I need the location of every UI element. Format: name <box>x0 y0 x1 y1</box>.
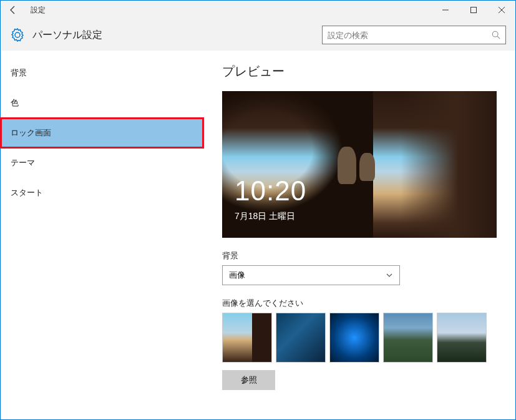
svg-rect-1 <box>470 7 476 13</box>
image-thumbnails <box>222 313 497 363</box>
image-thumbnail[interactable] <box>222 313 272 363</box>
window-controls <box>431 1 515 19</box>
settings-window: 設定 パーソナル設定 背景 色 <box>0 0 516 420</box>
window-title: 設定 <box>31 5 46 16</box>
svg-line-3 <box>497 36 500 39</box>
sidebar: 背景 色 ロック画面 テーマ スタート <box>1 51 203 419</box>
arrow-left-icon <box>8 5 18 15</box>
sidebar-item-label: ロック画面 <box>11 127 51 139</box>
sidebar-item-theme[interactable]: テーマ <box>1 148 203 178</box>
image-thumbnail[interactable] <box>276 313 326 363</box>
sidebar-item-color[interactable]: 色 <box>1 88 203 118</box>
select-value: 画像 <box>229 270 245 281</box>
sidebar-item-label: スタート <box>11 187 43 198</box>
minimize-button[interactable] <box>431 1 459 19</box>
maximize-icon <box>470 7 477 13</box>
choose-image-label: 画像を選んでください <box>222 298 497 309</box>
back-button[interactable] <box>1 1 26 19</box>
close-icon <box>499 7 505 13</box>
body: 背景 色 ロック画面 テーマ スタート プレビュー 10:20 7月18日 土曜… <box>1 51 515 419</box>
background-label: 背景 <box>222 250 497 261</box>
header: パーソナル設定 <box>1 19 515 51</box>
lockscreen-preview: 10:20 7月18日 土曜日 <box>222 91 497 238</box>
close-button[interactable] <box>487 1 515 19</box>
search-box[interactable] <box>322 26 506 44</box>
image-thumbnail[interactable] <box>383 313 433 363</box>
image-thumbnail[interactable] <box>437 313 487 363</box>
minimize-icon <box>442 7 449 13</box>
lockscreen-time: 10:20 <box>235 175 306 207</box>
preview-rock-icon <box>359 153 375 181</box>
sidebar-item-start[interactable]: スタート <box>1 178 203 208</box>
lockscreen-date: 7月18日 土曜日 <box>235 211 295 222</box>
preview-heading: プレビュー <box>222 63 497 80</box>
search-input[interactable] <box>328 31 492 40</box>
sidebar-item-label: 色 <box>11 97 19 109</box>
titlebar: 設定 <box>1 1 515 19</box>
sidebar-item-label: 背景 <box>11 67 27 79</box>
browse-button[interactable]: 参照 <box>222 370 275 390</box>
sidebar-item-background[interactable]: 背景 <box>1 58 203 88</box>
image-thumbnail[interactable] <box>329 313 379 363</box>
page-title: パーソナル設定 <box>32 29 102 42</box>
sidebar-item-lockscreen[interactable]: ロック画面 <box>1 118 203 148</box>
maximize-button[interactable] <box>459 1 487 19</box>
chevron-down-icon <box>386 271 393 279</box>
preview-rock-icon <box>338 147 356 184</box>
svg-point-2 <box>492 31 498 37</box>
background-select[interactable]: 画像 <box>222 265 400 285</box>
header-left: パーソナル設定 <box>10 27 102 42</box>
sidebar-item-label: テーマ <box>11 157 35 168</box>
gear-icon <box>10 27 25 42</box>
search-icon <box>492 31 500 39</box>
content: プレビュー 10:20 7月18日 土曜日 背景 画像 画像を選んでください 参 <box>203 51 515 419</box>
